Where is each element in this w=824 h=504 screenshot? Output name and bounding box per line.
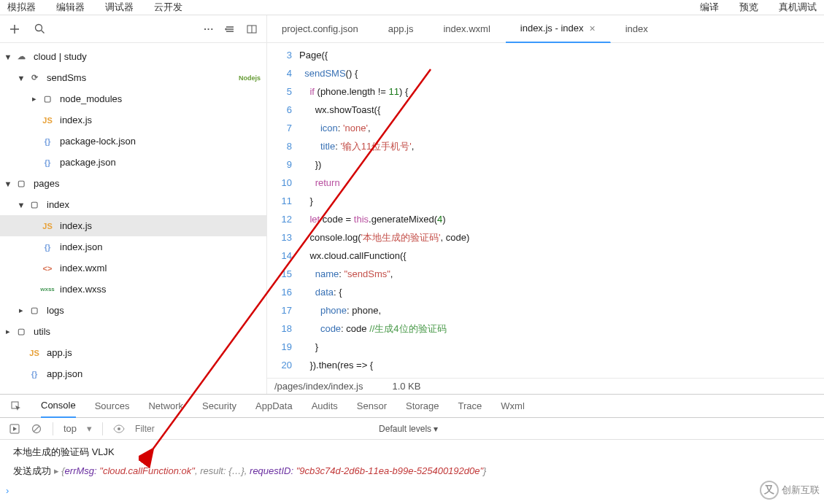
tab-app-js[interactable]: app.js <box>374 15 429 43</box>
console-prompt[interactable]: › <box>0 484 824 497</box>
file-tree: ▼☁cloud | study ▼⟳sendSmsNodejs ▸▢node_m… <box>0 43 266 394</box>
devtools-tab-security[interactable]: Security <box>202 395 236 418</box>
inspect-icon[interactable] <box>10 400 22 412</box>
tree-index-wxss[interactable]: wxssindex.wxss <box>0 279 266 300</box>
console-context[interactable]: top <box>63 423 77 434</box>
split-icon[interactable] <box>246 23 258 35</box>
devtools-tab-trace[interactable]: Trace <box>458 395 482 418</box>
status-path: /pages/index/index.js <box>274 381 363 392</box>
console-line: 发送成功 ▸ {errMsg: "cloud.callFunction:ok",… <box>13 462 811 481</box>
devtools-tab-appdata[interactable]: AppData <box>255 395 293 418</box>
devtools-tab-sensor[interactable]: Sensor <box>357 395 387 418</box>
tree-sendsms[interactable]: ▼⟳sendSmsNodejs <box>0 67 266 88</box>
tree-index-wxml[interactable]: <>index.wxml <box>0 257 266 279</box>
status-bar: /pages/index/index.js 1.0 KB <box>267 378 824 394</box>
folder-icon: ▢ <box>13 179 29 188</box>
editor: project.config.json app.js index.wxml in… <box>267 15 824 394</box>
tab-index[interactable]: index <box>611 15 663 43</box>
devtools-tab-network[interactable]: Network <box>148 395 183 418</box>
tree-package-lock[interactable]: {}package-lock.json <box>0 131 266 152</box>
tree-app-json[interactable]: {}app.json <box>0 363 266 384</box>
console-output: 本地生成的验证码 VLJK 发送成功 ▸ {errMsg: "cloud.cal… <box>0 440 824 484</box>
code-editor[interactable]: 34567891011121314151617181920 Page({ sen… <box>267 43 824 378</box>
folder-icon: ▢ <box>26 306 42 315</box>
menu-cloud[interactable]: 云开发 <box>154 1 182 14</box>
console-filter-input[interactable] <box>135 424 369 434</box>
brand-watermark: 又 创新互联 <box>760 481 820 500</box>
tree-cloud-index-js[interactable]: JSindex.js <box>0 109 266 131</box>
devtools: Console Sources Network Security AppData… <box>0 394 824 497</box>
tree-utils[interactable]: ▸▢utils <box>0 321 266 342</box>
tab-index-wxml[interactable]: index.wxml <box>428 15 505 43</box>
folder-icon: ▢ <box>39 94 55 104</box>
devtools-tab-console[interactable]: Console <box>41 395 76 418</box>
sidebar: ··· ▼☁cloud | study ▼⟳sendSmsNodejs ▸▢no… <box>0 15 267 394</box>
tree-app-js[interactable]: JSapp.js <box>0 342 266 363</box>
play-icon[interactable] <box>9 423 20 435</box>
tree-node-modules[interactable]: ▸▢node_modules <box>0 88 266 109</box>
eye-icon[interactable] <box>113 423 125 435</box>
svg-point-5 <box>118 427 120 430</box>
menu-simulator[interactable]: 模拟器 <box>7 1 36 14</box>
tree-index-json[interactable]: {}index.json <box>0 236 266 257</box>
menu-editor[interactable]: 编辑器 <box>56 1 85 14</box>
tab-index-js[interactable]: index.js - index× <box>506 15 611 43</box>
collapse-icon[interactable] <box>224 23 236 35</box>
more-icon[interactable]: ··· <box>204 23 214 34</box>
tree-index-js[interactable]: JSindex.js <box>0 215 266 236</box>
console-line: 本地生成的验证码 VLJK <box>13 443 811 462</box>
folder-open-icon: ▢ <box>26 200 42 209</box>
top-menu: 模拟器 编辑器 调试器 云开发 编译 预览 真机调试 <box>0 0 824 15</box>
cloud-icon: ☁ <box>13 52 29 61</box>
devtools-tab-wxml[interactable]: Wxml <box>501 395 525 418</box>
tab-project-config[interactable]: project.config.json <box>267 15 374 43</box>
search-icon[interactable] <box>34 23 45 35</box>
tree-package-json[interactable]: {}package.json <box>0 152 266 173</box>
console-levels[interactable]: Default levels ▾ <box>379 424 438 434</box>
folder-icon: ▢ <box>13 327 29 336</box>
status-size: 1.0 KB <box>392 381 420 392</box>
devtools-tab-audits[interactable]: Audits <box>312 395 338 418</box>
devtools-tab-storage[interactable]: Storage <box>406 395 439 418</box>
tree-logs[interactable]: ▸▢logs <box>0 300 266 321</box>
add-icon[interactable] <box>9 23 20 35</box>
editor-tabs: project.config.json app.js index.wxml in… <box>267 15 824 43</box>
tree-index-folder[interactable]: ▼▢index <box>0 194 266 215</box>
menu-compile[interactable]: 编译 <box>700 1 719 14</box>
nodejs-badge: Nodejs <box>239 74 261 82</box>
tree-cloud-root[interactable]: ▼☁cloud | study <box>0 46 266 67</box>
svg-point-0 <box>35 25 42 31</box>
clear-icon[interactable] <box>31 423 42 435</box>
menu-preview[interactable]: 预览 <box>739 1 758 14</box>
menu-debugger[interactable]: 调试器 <box>105 1 134 14</box>
cloud-fn-icon: ⟳ <box>26 73 42 82</box>
tree-pages[interactable]: ▼▢pages <box>0 173 266 194</box>
menu-real-device[interactable]: 真机调试 <box>779 1 817 14</box>
close-icon[interactable]: × <box>590 23 596 34</box>
devtools-tab-sources[interactable]: Sources <box>95 395 130 418</box>
